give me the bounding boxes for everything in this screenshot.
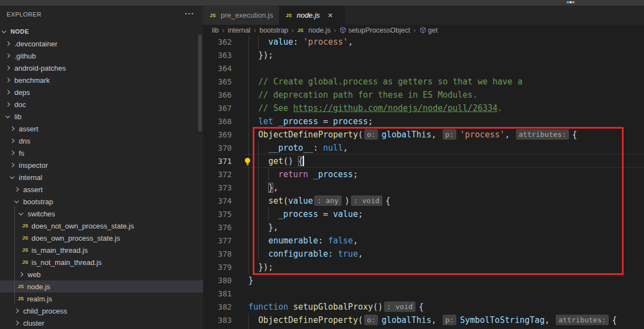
line-number[interactable]: 367	[203, 102, 232, 115]
line-number[interactable]: 376	[203, 221, 232, 234]
tab-node-js[interactable]: JSnode.js✕	[279, 6, 345, 25]
breadcrumb-label: internal	[228, 26, 251, 34]
code-line-374[interactable]: 374 set(value: any): void{	[203, 194, 644, 208]
tree-item-doc[interactable]: doc	[0, 98, 203, 110]
code-line-362[interactable]: 362 value: 'process',	[203, 35, 644, 49]
line-number[interactable]: 374	[203, 194, 232, 208]
code-line-370[interactable]: 370 __proto__: null,	[203, 141, 644, 155]
line-number[interactable]: 369	[203, 128, 232, 141]
tree-item-assert[interactable]: assert	[0, 123, 203, 135]
line-number[interactable]: 368	[203, 115, 232, 128]
breadcrumb-item-get[interactable]: get	[419, 26, 438, 34]
tree-item-internal[interactable]: internal	[0, 171, 203, 183]
tree-item-is-main-thread-js[interactable]: JSis_main_thread.js	[0, 244, 203, 256]
line-number[interactable]: 363	[203, 49, 232, 62]
code-line-363[interactable]: 363 });	[203, 49, 644, 62]
line-number[interactable]: 364	[203, 62, 232, 75]
code-token: },	[248, 222, 278, 232]
line-number[interactable]: 365	[203, 75, 232, 88]
breadcrumb-item-setupprocessobject[interactable]: setupProcessObject	[339, 26, 410, 34]
close-icon[interactable]: ✕	[328, 12, 333, 19]
code-line-366[interactable]: 366 // deprecation path for these in ES …	[203, 88, 644, 102]
tree-item-switches[interactable]: switches	[0, 208, 203, 220]
line-number[interactable]: 381	[203, 287, 232, 300]
code-line-383[interactable]: 383 ObjectDefineProperty(o:globalThis, p…	[203, 314, 644, 327]
code-line-371[interactable]: 371 get() {	[203, 155, 644, 168]
tree-item-dns[interactable]: dns	[0, 135, 203, 147]
code-line-367[interactable]: 367 // See https://github.com/nodejs/nod…	[203, 102, 644, 115]
line-number[interactable]: 382	[203, 300, 232, 314]
code-token: let	[258, 116, 273, 126]
breadcrumb-item-bootstrap[interactable]: bootstrap	[259, 26, 288, 34]
breadcrumb-item-lib[interactable]: lib	[212, 26, 219, 34]
code-line-368[interactable]: 368 let _process = process;	[203, 115, 644, 128]
link[interactable]: https://github.com/nodejs/node/pull/2633…	[293, 103, 497, 113]
file-tree: .devcontainer.githubandroid-patchesbench…	[0, 38, 203, 329]
code-token: setupGlobalProxy	[293, 302, 373, 312]
line-number[interactable]: 373	[203, 181, 232, 194]
tree-item-child-process[interactable]: child_process	[0, 305, 203, 317]
code-line-378[interactable]: 378 configurable: true,	[203, 247, 644, 261]
code-line-373[interactable]: 373 },	[203, 181, 644, 194]
tree-item-fs[interactable]: fs	[0, 147, 203, 159]
code-editor[interactable]: 362 value: 'process',363 });364365 // Cr…	[203, 35, 644, 329]
breadcrumb-item-node-js[interactable]: JSnode.js	[297, 26, 331, 34]
section-header-node[interactable]: NODE	[0, 25, 203, 38]
line-number[interactable]: 383	[203, 314, 232, 327]
tab-pre-execution-js[interactable]: JSpre_execution.js	[203, 6, 279, 25]
tree-item-inspector[interactable]: inspector	[0, 159, 203, 171]
code-line-369[interactable]: 369 ObjectDefineProperty(o:globalThis, p…	[203, 128, 644, 141]
tree-item-android-patches[interactable]: android-patches	[0, 62, 203, 74]
line-number[interactable]: 380	[203, 274, 232, 287]
line-number[interactable]: 366	[203, 88, 232, 102]
code-line-380[interactable]: 380}	[203, 274, 644, 287]
tree-item-lib[interactable]: lib	[0, 110, 203, 123]
chevron-right-icon	[19, 272, 23, 277]
line-number[interactable]: 377	[203, 234, 232, 247]
code-line-377[interactable]: 377 enumerable: false,	[203, 234, 644, 247]
code-line-381[interactable]: 381	[203, 287, 644, 300]
method-symbol-icon	[419, 26, 427, 34]
code-line-379[interactable]: 379 });	[203, 261, 644, 274]
code-line-365[interactable]: 365 // Create global.process as getters …	[203, 75, 644, 88]
tree-item-node-js[interactable]: JSnode.js	[0, 280, 203, 293]
chevron-right-icon	[6, 78, 10, 82]
code-line-382[interactable]: 382function setupGlobalProxy(): void{	[203, 300, 644, 314]
more-actions-icon[interactable]: ⋯	[184, 8, 194, 19]
tree-item-label: bootstrap	[23, 198, 53, 206]
line-number[interactable]: 371	[203, 155, 232, 168]
lightbulb-icon[interactable]	[243, 156, 252, 169]
line-number[interactable]: 378	[203, 247, 232, 261]
breadcrumb-item-internal[interactable]: internal	[228, 26, 251, 34]
code-line-375[interactable]: 375 _process = value;	[203, 208, 644, 221]
tree-item-realm-js[interactable]: JSrealm.js	[0, 293, 203, 305]
tree-item-label: is_not_main_thread.js	[31, 258, 102, 267]
tree-item--devcontainer[interactable]: .devcontainer	[0, 38, 203, 50]
code-token: :	[318, 236, 328, 246]
sidebar-scrollbar[interactable]	[198, 35, 202, 131]
line-number[interactable]: 372	[203, 168, 232, 181]
line-number[interactable]: 375	[203, 208, 232, 221]
line-number[interactable]: 362	[203, 35, 232, 49]
code-line-376[interactable]: 376 },	[203, 221, 644, 234]
indent-guide	[258, 35, 259, 49]
inlay-hint: : void	[351, 195, 382, 206]
tree-item--github[interactable]: .github	[0, 50, 203, 62]
tree-item-deps[interactable]: deps	[0, 86, 203, 98]
tree-item-bootstrap[interactable]: bootstrap	[0, 195, 203, 208]
line-number[interactable]: 370	[203, 141, 232, 155]
tree-item-assert[interactable]: assert	[0, 183, 203, 195]
tree-item-benchmark[interactable]: benchmark	[0, 74, 203, 86]
tree-item-label: android-patches	[14, 64, 66, 72]
code-token: {	[572, 130, 577, 140]
tree-item-does-own-process-state-js[interactable]: JSdoes_own_process_state.js	[0, 232, 203, 244]
tree-item-does-not-own-process-state-js[interactable]: JSdoes_not_own_process_state.js	[0, 220, 203, 232]
tree-item-is-not-main-thread-js[interactable]: JSis_not_main_thread.js	[0, 256, 203, 268]
code-token: ,	[432, 315, 441, 325]
code-line-372[interactable]: 372 return _process;	[203, 168, 644, 181]
tree-item-web[interactable]: web	[0, 268, 203, 280]
method-symbol-icon	[339, 26, 347, 34]
code-line-364[interactable]: 364	[203, 62, 644, 75]
tree-item-cluster[interactable]: cluster	[0, 317, 203, 329]
line-number[interactable]: 379	[203, 261, 232, 274]
